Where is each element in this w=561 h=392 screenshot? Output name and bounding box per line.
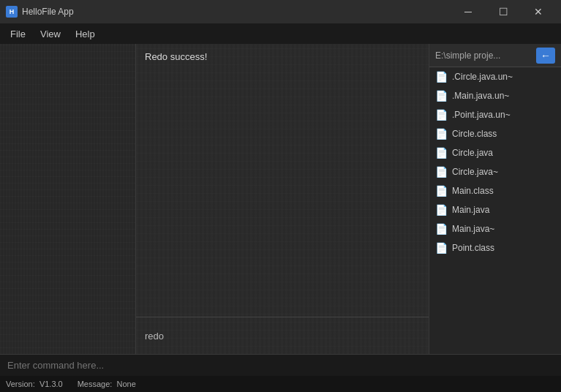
file-icon: 📄 [435, 147, 448, 159]
close-button[interactable]: ✕ [522, 1, 555, 22]
file-name: Circle.java [452, 148, 493, 158]
file-name: .Point.java.un~ [452, 110, 511, 120]
app-title: HelloFile App [22, 7, 74, 17]
file-name: .Main.java.un~ [452, 91, 509, 101]
history-text: redo [145, 331, 164, 342]
message-status: Message: None [78, 380, 136, 388]
maximize-button[interactable]: ☐ [486, 1, 520, 22]
center-panel: Redo success! redo [135, 44, 429, 354]
file-name: Main.java~ [452, 224, 494, 234]
file-icon: 📄 [435, 204, 448, 216]
list-item[interactable]: 📄 Point.class [429, 238, 561, 257]
version-value: V1.3.0 [39, 380, 63, 388]
file-icon: 📄 [435, 109, 448, 121]
right-panel: E:\simple proje... ← 📄 .Circle.java.un~ … [429, 44, 561, 354]
file-name: Circle.class [452, 129, 497, 139]
file-list[interactable]: 📄 .Circle.java.un~ 📄 .Main.java.un~ 📄 .P… [429, 67, 561, 354]
list-item[interactable]: 📄 Circle.java~ [429, 162, 561, 181]
menu-file[interactable]: File [3, 26, 33, 42]
list-item[interactable]: 📄 .Circle.java.un~ [429, 67, 561, 86]
version-status: Version: V1.3.0 [6, 380, 63, 388]
file-name: Circle.java~ [452, 167, 498, 177]
right-header: E:\simple proje... ← [429, 44, 561, 67]
file-name: Main.class [452, 186, 494, 196]
minimize-button[interactable]: ─ [451, 1, 485, 22]
status-bar: Version: V1.3.0 Message: None [0, 376, 561, 392]
file-icon: 📄 [435, 128, 448, 140]
title-bar-left: H HelloFile App [6, 6, 74, 18]
list-item[interactable]: 📄 Main.java~ [429, 219, 561, 238]
file-icon: 📄 [435, 223, 448, 235]
file-icon: 📄 [435, 185, 448, 197]
back-button[interactable]: ← [536, 48, 555, 64]
title-bar: H HelloFile App ─ ☐ ✕ [0, 0, 561, 23]
file-name: Point.class [452, 243, 494, 253]
menu-view[interactable]: View [33, 26, 68, 42]
path-label: E:\simple proje... [435, 50, 533, 61]
app-icon: H [6, 6, 18, 18]
input-history: redo [136, 317, 429, 354]
command-input[interactable] [0, 360, 561, 371]
list-item[interactable]: 📄 Main.java [429, 200, 561, 219]
menu-help[interactable]: Help [68, 26, 102, 42]
left-sidebar [0, 44, 135, 354]
list-item[interactable]: 📄 .Point.java.un~ [429, 105, 561, 124]
file-icon: 📄 [435, 71, 448, 83]
file-name: Main.java [452, 205, 489, 215]
main-content: Redo success! redo E:\simple proje... ← … [0, 44, 561, 354]
menu-bar: File View Help [0, 23, 561, 44]
version-label: Version: [6, 380, 35, 388]
list-item[interactable]: 📄 Circle.java [429, 143, 561, 162]
file-icon: 📄 [435, 166, 448, 178]
message-label: Message: [78, 380, 113, 388]
list-item[interactable]: 📄 .Main.java.un~ [429, 86, 561, 105]
list-item[interactable]: 📄 Main.class [429, 181, 561, 200]
window-controls: ─ ☐ ✕ [451, 1, 555, 22]
file-name: .Circle.java.un~ [452, 72, 513, 82]
output-area: Redo success! [136, 44, 429, 317]
file-icon: 📄 [435, 90, 448, 102]
message-value: None [117, 380, 136, 388]
output-message: Redo success! [145, 51, 420, 62]
bottom-bar [0, 354, 561, 376]
file-icon: 📄 [435, 242, 448, 254]
list-item[interactable]: 📄 Circle.class [429, 124, 561, 143]
